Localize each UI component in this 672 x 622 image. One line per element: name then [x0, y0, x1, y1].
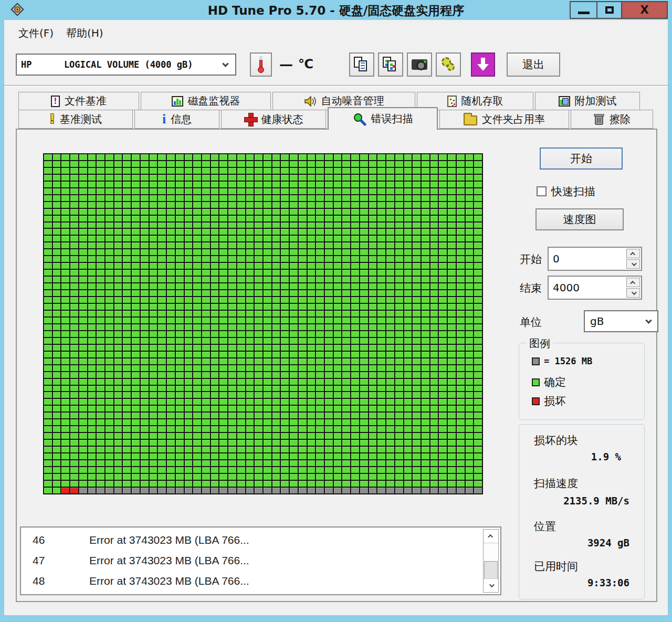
scan-block-ok — [219, 256, 227, 262]
scan-block-ok — [246, 426, 254, 432]
scan-block-ok — [299, 379, 307, 385]
minimize-button[interactable] — [570, 1, 597, 19]
scan-block-ok — [228, 263, 236, 269]
scan-block-ok — [106, 311, 113, 317]
tab-health[interactable]: 健康状态 — [221, 110, 326, 129]
tab-extra-tests[interactable]: 附加测试 — [535, 92, 640, 110]
scan-block-ok — [132, 256, 140, 262]
scan-block-ok — [272, 277, 280, 282]
scrollbar-thumb[interactable] — [484, 561, 498, 579]
scroll-down-button[interactable] — [484, 578, 498, 592]
unit-select[interactable]: gB — [584, 310, 658, 332]
scan-block-ok — [395, 188, 403, 194]
scan-block-ok — [334, 182, 342, 187]
scan-block-ok — [123, 406, 131, 412]
scan-block-ok — [395, 413, 403, 418]
scan-block-ok — [474, 263, 482, 269]
tab-file-benchmark[interactable]: ! 文件基准 — [18, 92, 139, 110]
tab-error-scan[interactable]: 错误扫描 — [328, 107, 438, 130]
scroll-up-button[interactable] — [484, 530, 498, 543]
speed-map-button[interactable]: 速度图 — [536, 208, 624, 230]
error-list-item[interactable]: 48 Error at 3743023 MB (LBA 766... — [21, 571, 500, 591]
scan-block-ok — [141, 161, 149, 167]
scan-block-ok — [255, 392, 262, 398]
scan-block-ok — [255, 304, 262, 310]
scan-block-ok — [448, 406, 456, 412]
scan-block-ok — [386, 474, 394, 480]
scan-block-ok — [404, 195, 412, 201]
scan-block-ok — [413, 426, 421, 432]
error-list-scrollbar[interactable] — [483, 529, 499, 593]
scan-block-ok — [141, 359, 149, 364]
copy-image-button[interactable] — [378, 52, 403, 77]
drive-select[interactable]: HP LOGICAL VOLUME (4000 gB) — [16, 54, 236, 76]
scan-block-unscanned — [123, 488, 131, 493]
scan-block-ok — [228, 433, 236, 439]
tab-info[interactable]: i 信息 — [134, 110, 219, 129]
scan-block-ok — [448, 290, 456, 296]
scan-block-ok — [255, 290, 262, 296]
scan-block-ok — [308, 229, 316, 235]
scan-block-ok — [299, 202, 307, 208]
scan-block-ok — [211, 433, 219, 439]
scan-block-ok — [53, 460, 61, 466]
menu-file[interactable]: 文件(F) — [18, 26, 54, 40]
tab-disk-monitor[interactable]: 磁盘监视器 — [141, 92, 271, 110]
scan-block-ok — [246, 440, 254, 446]
scan-block-ok — [369, 365, 377, 371]
scan-block-ok — [246, 202, 254, 208]
end-position-input[interactable]: 4000 — [548, 276, 642, 300]
close-button[interactable]: X — [621, 1, 668, 19]
menu-help[interactable]: 帮助(H) — [66, 26, 103, 40]
copy-text-button[interactable] — [349, 52, 374, 77]
exit-button[interactable]: 退出 — [507, 52, 560, 77]
scan-block-ok — [466, 243, 474, 248]
start-position-input[interactable]: 0 — [548, 247, 642, 271]
tab-erase[interactable]: 擦除 — [571, 110, 653, 129]
scan-block-ok — [255, 195, 262, 201]
scan-block-ok — [202, 154, 210, 160]
error-list-item[interactable]: 46 Error at 3743023 MB (LBA 766... — [21, 530, 500, 550]
scan-block-ok — [70, 290, 78, 296]
screenshot-button[interactable] — [407, 52, 432, 77]
scan-block-ok — [395, 304, 403, 310]
scan-block-ok — [202, 419, 210, 425]
scan-block-ok — [44, 209, 52, 215]
scan-block-ok — [53, 467, 61, 473]
scan-block-ok — [395, 474, 403, 480]
start-spinner-up[interactable] — [626, 249, 640, 258]
end-spinner-down[interactable] — [626, 288, 640, 298]
tab-folder-usage[interactable]: 文件夹占用率 — [439, 110, 569, 129]
settings-button[interactable] — [436, 52, 461, 77]
end-spinner-up[interactable] — [626, 278, 640, 287]
scan-block-ok — [377, 175, 385, 181]
scan-block-ok — [466, 182, 474, 187]
start-spinner-down[interactable] — [626, 259, 640, 269]
maximize-button[interactable] — [596, 1, 622, 19]
scan-block-ok — [404, 270, 412, 276]
scan-block-ok — [79, 440, 87, 446]
error-message: Error at 3743023 MB (LBA 766... — [89, 534, 249, 546]
scan-block-ok — [97, 426, 104, 432]
scan-block-ok — [316, 440, 324, 446]
scan-block-ok — [44, 345, 52, 351]
scan-block-ok — [325, 331, 333, 337]
start-scan-button[interactable]: 开始 — [540, 147, 623, 170]
scan-block-ok — [466, 481, 474, 487]
scan-block-ok — [158, 392, 166, 398]
scan-block-ok — [237, 467, 245, 473]
scan-block-ok — [44, 188, 52, 194]
scan-block-ok — [281, 297, 289, 303]
tab-benchmark[interactable]: ! 基准测试 — [18, 110, 133, 129]
scan-block-ok — [299, 318, 307, 323]
error-list-item[interactable]: 47 Error at 3743023 MB (LBA 766... — [21, 550, 500, 571]
scan-block-ok — [377, 447, 385, 452]
temperature-button[interactable] — [250, 52, 272, 77]
scan-block-ok — [386, 318, 394, 323]
quick-scan-checkbox[interactable] — [537, 186, 547, 196]
scan-block-ok — [106, 324, 113, 330]
scan-block-ok — [150, 365, 158, 371]
scan-block-ok — [325, 188, 333, 194]
scan-block-ok — [97, 209, 104, 215]
save-button[interactable] — [471, 52, 495, 77]
